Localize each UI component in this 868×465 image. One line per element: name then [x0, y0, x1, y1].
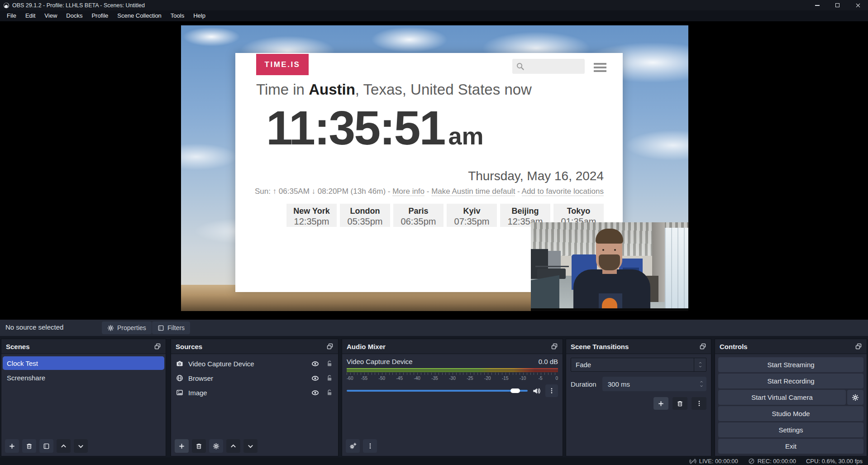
preview-canvas-area: TIME.IS Time in Austin, Texas, United St…	[0, 21, 868, 320]
filters-button[interactable]: Filters	[152, 321, 190, 334]
kebab-icon	[548, 388, 555, 394]
audio-mixer-panel: Audio Mixer Video Capture Device 0.0 dB …	[342, 339, 563, 456]
plus-icon	[178, 443, 185, 450]
obs-logo-icon	[3, 2, 10, 9]
kebab-icon	[367, 443, 373, 449]
volume-meter-secondary	[347, 370, 558, 372]
menu-docks[interactable]: Docks	[62, 10, 87, 21]
add-source-button[interactable]	[175, 439, 189, 453]
plus-icon	[9, 443, 15, 450]
source-move-up-button[interactable]	[226, 439, 240, 453]
more-info-link: More info	[392, 187, 424, 196]
source-properties-button[interactable]	[209, 439, 223, 453]
mixer-menu-button[interactable]	[363, 439, 377, 453]
make-default-link: Make Austin time default	[431, 187, 515, 196]
transition-menu-button[interactable]	[692, 397, 706, 410]
source-row-image[interactable]: Image	[171, 386, 338, 399]
remove-scene-button[interactable]	[22, 439, 36, 453]
chevron-down-icon	[77, 443, 84, 450]
start-recording-button[interactable]: Start Recording	[718, 374, 863, 388]
audio-level-db: 0.0 dB	[539, 358, 558, 365]
scene-item-clock-test[interactable]: Clock Test	[3, 356, 164, 370]
meter-tick-ruler	[347, 373, 558, 375]
duration-value: 300 ms	[608, 380, 630, 388]
visibility-eye-icon[interactable]	[311, 389, 319, 397]
current-time: 11:35:51	[266, 104, 444, 152]
popout-icon[interactable]	[551, 343, 558, 350]
stream-off-icon	[689, 458, 696, 465]
sources-list: Video Capture Device Browser Image	[171, 354, 338, 399]
program-preview[interactable]: TIME.IS Time in Austin, Texas, United St…	[181, 25, 688, 311]
menu-file[interactable]: File	[2, 10, 21, 21]
visibility-eye-icon[interactable]	[311, 360, 319, 368]
exit-button[interactable]: Exit	[718, 439, 863, 454]
menu-scene-collection[interactable]: Scene Collection	[113, 10, 166, 21]
remove-source-button[interactable]	[192, 439, 206, 453]
duration-spinbox[interactable]: 300 ms	[602, 377, 706, 391]
add-transition-button[interactable]	[653, 397, 668, 410]
lock-open-icon[interactable]	[326, 374, 333, 382]
filter-icon	[43, 443, 50, 450]
city-tile: New York12:35pm	[286, 204, 337, 227]
audio-channel-menu-button[interactable]	[545, 384, 558, 397]
source-move-down-button[interactable]	[243, 439, 258, 453]
double-gear-icon	[349, 442, 357, 450]
scene-move-down-button[interactable]	[74, 439, 88, 453]
popout-icon[interactable]	[326, 343, 334, 350]
volume-slider[interactable]	[347, 386, 528, 395]
source-row-video-capture[interactable]: Video Capture Device	[171, 357, 338, 370]
remove-transition-button[interactable]	[672, 397, 687, 410]
chevron-up-icon	[60, 443, 67, 450]
source-context-toolbar: No source selected Properties Filters	[0, 320, 868, 336]
city-tile: Kyiv07:35pm	[447, 204, 497, 227]
am-pm: am	[448, 122, 483, 150]
add-scene-button[interactable]	[5, 439, 19, 453]
transition-select[interactable]: Fade	[571, 358, 706, 372]
controls-panel: Controls Start Streaming Start Recording…	[715, 339, 867, 456]
properties-button[interactable]: Properties	[102, 321, 152, 334]
minimize-button[interactable]	[807, 0, 827, 10]
lock-open-icon[interactable]	[326, 389, 333, 396]
studio-mode-button[interactable]: Studio Mode	[718, 406, 863, 421]
maximize-button[interactable]	[827, 0, 848, 10]
city-tile: Paris06:35pm	[393, 204, 444, 227]
close-button[interactable]	[848, 0, 868, 10]
virtual-camera-config-button[interactable]	[847, 390, 863, 405]
camera-icon	[176, 360, 183, 367]
menu-tools[interactable]: Tools	[166, 10, 189, 21]
settings-button[interactable]: Settings	[718, 422, 863, 437]
advanced-audio-button[interactable]	[346, 439, 360, 453]
timeis-clock: 11:35:51 am	[266, 104, 484, 152]
source-row-browser[interactable]: Browser	[171, 371, 338, 385]
visibility-eye-icon[interactable]	[311, 374, 319, 382]
window-title-bar[interactable]: OBS 29.1.2 - Profile: LLHLS BETA - Scene…	[0, 0, 868, 10]
scenes-panel-header: Scenes	[1, 339, 166, 354]
menu-view[interactable]: View	[40, 10, 62, 21]
menu-profile[interactable]: Profile	[87, 10, 113, 21]
spin-chevrons-icon[interactable]	[699, 380, 704, 388]
duration-label: Duration	[571, 380, 596, 388]
start-virtual-camera-button[interactable]: Start Virtual Camera	[718, 390, 846, 405]
speaker-icon[interactable]	[532, 387, 541, 395]
live-timer: LIVE: 00:00:00	[699, 458, 738, 465]
audio-mixer-header: Audio Mixer	[342, 339, 563, 354]
popout-icon[interactable]	[855, 343, 862, 350]
menu-help[interactable]: Help	[189, 10, 210, 21]
popout-icon[interactable]	[154, 343, 161, 350]
menu-edit[interactable]: Edit	[21, 10, 40, 21]
volume-slider-handle[interactable]	[510, 388, 520, 393]
minimize-icon	[815, 5, 820, 6]
controls-header: Controls	[715, 339, 867, 354]
audio-channel-name: Video Capture Device	[347, 358, 413, 365]
scene-filters-button[interactable]	[39, 439, 53, 453]
scene-item-screenshare[interactable]: Screenshare	[3, 371, 164, 384]
rec-timer: REC: 00:00:00	[758, 458, 796, 465]
webcam-video-source[interactable]	[531, 222, 688, 311]
lock-open-icon[interactable]	[326, 360, 333, 367]
start-streaming-button[interactable]: Start Streaming	[718, 357, 863, 372]
source-status-text: No source selected	[5, 323, 63, 331]
scene-move-up-button[interactable]	[57, 439, 71, 453]
meter-scale-labels: -60 -55 -50 -45 -40 -35 -30 -25 -20 -15 …	[347, 375, 558, 382]
scenes-panel: Scenes Clock Test Screenshare	[1, 339, 166, 456]
popout-icon[interactable]	[699, 343, 706, 350]
